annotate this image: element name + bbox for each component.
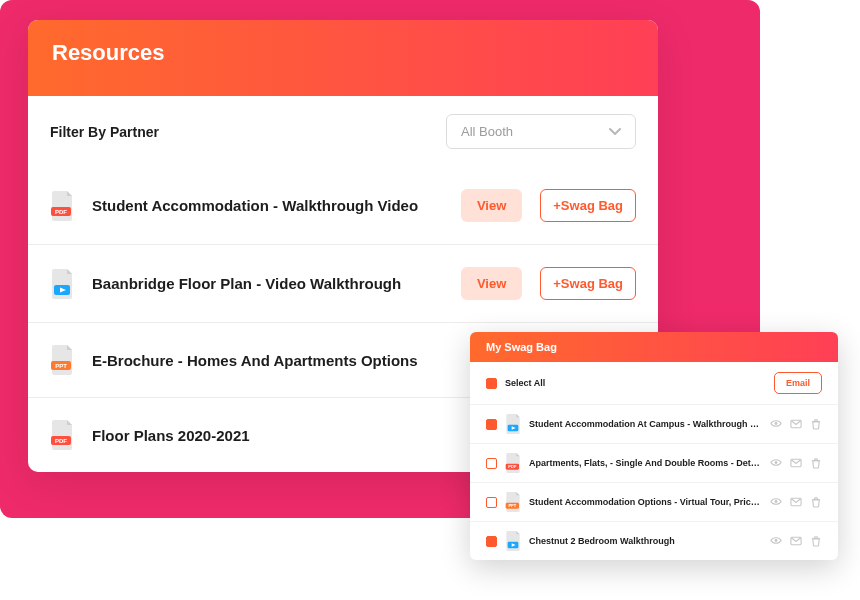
swag-item-title: Chestnut 2 Bedroom Walkthrough — [529, 536, 762, 546]
partner-select[interactable]: All Booth — [446, 114, 636, 149]
delete-icon[interactable] — [810, 496, 822, 508]
swag-list: Student Accommodation At Campus - Walkth… — [470, 404, 838, 560]
swag-item-actions — [770, 535, 822, 547]
view-icon[interactable] — [770, 418, 782, 430]
ppt-file-icon — [50, 345, 74, 375]
resource-title: Student Accommodation - Walkthrough Vide… — [92, 197, 443, 214]
delete-icon[interactable] — [810, 418, 822, 430]
view-icon[interactable] — [770, 496, 782, 508]
swag-item: Apartments, Flats, - Single And Double R… — [470, 443, 838, 482]
video-file-icon — [50, 269, 74, 299]
pdf-file-icon — [505, 453, 521, 473]
resources-title: Resources — [28, 20, 658, 96]
select-all-label: Select All — [505, 378, 545, 388]
email-icon[interactable] — [790, 496, 802, 508]
resource-item: Baanbridge Floor Plan - Video Walkthroug… — [28, 245, 658, 323]
pdf-file-icon — [50, 420, 74, 450]
ppt-file-icon — [505, 492, 521, 512]
resource-item: Student Accommodation - Walkthrough Vide… — [28, 167, 658, 245]
swag-item-title: Student Accommodation Options - Virtual … — [529, 497, 762, 507]
add-swag-bag-button[interactable]: +Swag Bag — [540, 267, 636, 300]
swag-item-title: Student Accommodation At Campus - Walkth… — [529, 419, 762, 429]
pdf-file-icon — [50, 191, 74, 221]
view-button[interactable]: View — [461, 267, 522, 300]
email-icon[interactable] — [790, 457, 802, 469]
select-all-wrap: Select All — [486, 378, 545, 389]
add-swag-bag-button[interactable]: +Swag Bag — [540, 189, 636, 222]
swag-item: Student Accommodation At Campus - Walkth… — [470, 404, 838, 443]
swag-bag-panel: My Swag Bag Select All Email Student Acc… — [470, 332, 838, 560]
swag-item-checkbox[interactable] — [486, 536, 497, 547]
email-icon[interactable] — [790, 418, 802, 430]
filter-row: Filter By Partner All Booth — [28, 96, 658, 167]
video-file-icon — [505, 531, 521, 551]
resource-title: Baanbridge Floor Plan - Video Walkthroug… — [92, 275, 443, 292]
swag-item: Student Accommodation Options - Virtual … — [470, 482, 838, 521]
swag-item-checkbox[interactable] — [486, 458, 497, 469]
view-button[interactable]: View — [461, 189, 522, 222]
chevron-down-icon — [609, 126, 621, 138]
view-icon[interactable] — [770, 457, 782, 469]
delete-icon[interactable] — [810, 535, 822, 547]
email-button[interactable]: Email — [774, 372, 822, 394]
view-icon[interactable] — [770, 535, 782, 547]
swag-toolbar: Select All Email — [470, 362, 838, 404]
email-icon[interactable] — [790, 535, 802, 547]
swag-item-actions — [770, 496, 822, 508]
swag-item: Chestnut 2 Bedroom Walkthrough — [470, 521, 838, 560]
swag-item-checkbox[interactable] — [486, 497, 497, 508]
delete-icon[interactable] — [810, 457, 822, 469]
partner-select-value: All Booth — [461, 124, 513, 139]
filter-label: Filter By Partner — [50, 124, 159, 140]
swag-item-actions — [770, 418, 822, 430]
swag-item-checkbox[interactable] — [486, 419, 497, 430]
swag-item-actions — [770, 457, 822, 469]
swag-item-title: Apartments, Flats, - Single And Double R… — [529, 458, 762, 468]
swag-title: My Swag Bag — [470, 332, 838, 362]
video-file-icon — [505, 414, 521, 434]
select-all-checkbox[interactable] — [486, 378, 497, 389]
